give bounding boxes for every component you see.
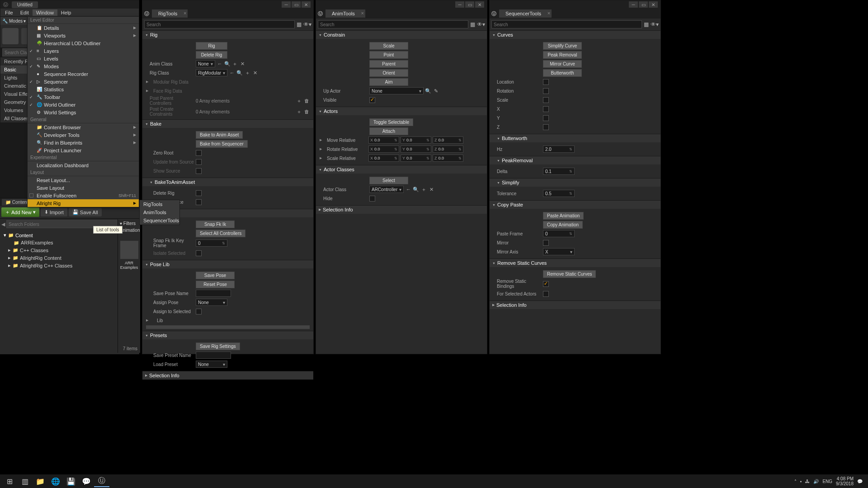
- paste-frame-input[interactable]: 0: [543, 230, 575, 237]
- save-pose-button[interactable]: Save Pose: [196, 272, 235, 279]
- expand-icon[interactable]: ▾: [4, 232, 6, 238]
- mode-place-icon[interactable]: [2, 28, 19, 44]
- bake-anim-button[interactable]: Bake to Anim Asset: [196, 131, 243, 139]
- z-input[interactable]: Z0.0: [433, 136, 463, 144]
- point-button[interactable]: Point: [369, 51, 408, 59]
- rigtools-tab[interactable]: RigTools: [152, 9, 188, 18]
- filters-btn[interactable]: ▾ Filters: [120, 221, 138, 226]
- explorer-icon[interactable]: 📁: [33, 475, 48, 487]
- minimize-button[interactable]: ─: [629, 1, 638, 8]
- sec-selinfo-at[interactable]: Selection Info: [316, 206, 487, 214]
- update-src2-checkbox[interactable]: [196, 199, 202, 205]
- y-input[interactable]: Y0.0: [401, 155, 431, 162]
- clock[interactable]: 4:08 PM9/3/2018: [836, 476, 854, 486]
- grid-icon[interactable]: ▦: [470, 21, 475, 28]
- back-icon[interactable]: ←: [405, 187, 411, 192]
- sec-curves[interactable]: Curves: [490, 31, 660, 39]
- tree-folder[interactable]: 📁ARRExamples: [2, 239, 137, 246]
- add-icon[interactable]: ＋: [232, 61, 238, 67]
- back-icon[interactable]: ←: [217, 61, 223, 66]
- expand-icon[interactable]: ▶: [320, 138, 322, 142]
- x-input[interactable]: X0.0: [368, 155, 399, 162]
- dd-stats[interactable]: 📊Statistics: [28, 85, 139, 93]
- mirror-checkbox[interactable]: [543, 240, 549, 246]
- trash-icon[interactable]: 🗑: [303, 98, 310, 103]
- search-input[interactable]: [144, 20, 295, 28]
- maximize-button[interactable]: ▭: [465, 1, 474, 8]
- chrome-icon[interactable]: 🌐: [48, 475, 63, 487]
- dd-launcher[interactable]: 🚀Project Launcher: [28, 146, 139, 154]
- scale-checkbox[interactable]: [543, 97, 549, 103]
- mirror-curve-button[interactable]: Mirror Curve: [543, 60, 582, 68]
- close-button[interactable]: ✕: [649, 1, 658, 8]
- animtools-tab[interactable]: AnimTools: [326, 9, 365, 18]
- grid-icon[interactable]: ▦: [297, 21, 302, 28]
- expand-icon[interactable]: ▶: [146, 319, 148, 322]
- clear-icon[interactable]: ✕: [428, 187, 434, 192]
- sec-selinfo-st[interactable]: Selection Info: [490, 301, 660, 309]
- close-button[interactable]: ✕: [475, 1, 484, 8]
- dd-findbp[interactable]: 🔍Find in Blueprints▶: [28, 139, 139, 146]
- submenu-rigtools[interactable]: RigTools: [140, 200, 179, 208]
- browse-icon[interactable]: 🔍: [413, 187, 419, 192]
- x-input[interactable]: X0.0: [368, 145, 399, 153]
- menu-file[interactable]: File: [1, 9, 17, 16]
- tree-folder[interactable]: ▸📁C++ Classes: [2, 246, 137, 254]
- z-input[interactable]: Z0.0: [433, 155, 463, 162]
- simplify-button[interactable]: Simplify Curve: [543, 42, 582, 50]
- rot-checkbox[interactable]: [543, 88, 549, 94]
- dd-fullscreen[interactable]: Enable FullscreenShift+F11: [28, 192, 139, 199]
- for-sel-checkbox[interactable]: [543, 291, 549, 297]
- anim-class-select[interactable]: None: [196, 60, 215, 67]
- sec-bake-asset[interactable]: BakeToAnimAsset: [142, 178, 313, 186]
- expand-icon[interactable]: ▶: [320, 147, 322, 151]
- breadcrumb-animation[interactable]: Animation: [120, 228, 138, 233]
- add-icon[interactable]: ＋: [296, 108, 302, 115]
- browse-icon[interactable]: 🔍: [224, 61, 231, 67]
- unreal-icon[interactable]: Ⓤ: [94, 475, 109, 487]
- add-icon[interactable]: ＋: [244, 70, 250, 76]
- grid-icon[interactable]: ▦: [644, 21, 649, 28]
- dd-sequencer[interactable]: ✓▷Sequencer: [28, 78, 139, 85]
- close-button[interactable]: ✕: [302, 1, 311, 8]
- dd-resetlayout[interactable]: Reset Layout...: [28, 176, 139, 184]
- y-input[interactable]: Y0.0: [401, 145, 431, 153]
- mirror-axis-select[interactable]: X: [543, 248, 575, 255]
- isolate-checkbox[interactable]: [196, 250, 202, 256]
- assign-sel-checkbox[interactable]: [196, 309, 202, 314]
- zero-root-checkbox[interactable]: [196, 150, 202, 156]
- visible-checkbox[interactable]: [369, 97, 375, 103]
- dd-devtools[interactable]: 🔨Developer Tools▶: [28, 131, 139, 139]
- rig-button[interactable]: Rig: [196, 42, 227, 50]
- dd-modes[interactable]: ✓✎Modes: [28, 62, 139, 70]
- sec-copypaste[interactable]: Copy Paste: [490, 201, 660, 209]
- notifications-icon[interactable]: 💬: [857, 479, 863, 484]
- start-button[interactable]: ⊞: [2, 475, 17, 487]
- save-app-icon[interactable]: 💾: [63, 475, 79, 487]
- bake-seq-button[interactable]: Bake from Sequencer: [196, 140, 248, 148]
- menu-window[interactable]: Window: [33, 9, 57, 16]
- clear-icon[interactable]: ✕: [240, 61, 246, 67]
- parent-button[interactable]: Parent: [369, 60, 408, 68]
- snap-fkik-button[interactable]: Snap Fk Ik: [196, 221, 235, 228]
- import-button[interactable]: ⬇Import: [41, 208, 67, 216]
- dd-contentbrowser[interactable]: 📁Content Browser▶: [28, 123, 139, 131]
- x-input[interactable]: X0.0: [368, 136, 399, 144]
- dd-viewports[interactable]: ▦Viewports▶: [28, 32, 139, 39]
- back-icon[interactable]: ←: [229, 70, 235, 75]
- select-all-button[interactable]: Select All Controllers: [196, 230, 245, 237]
- loc-checkbox[interactable]: [543, 79, 549, 85]
- asset-thumbnail[interactable]: [120, 241, 138, 259]
- dd-toolbar[interactable]: ✓🔧Toolbar: [28, 93, 139, 101]
- sec-rig[interactable]: Rig: [142, 31, 313, 39]
- peak-removal-button[interactable]: Peak Removal: [543, 51, 582, 59]
- sec-actor-classes[interactable]: Actor Classes: [316, 165, 487, 174]
- search-input[interactable]: [318, 20, 468, 28]
- show-src-checkbox[interactable]: [196, 168, 202, 174]
- expand-icon[interactable]: ▸: [8, 247, 11, 253]
- eye-icon[interactable]: 👁▾: [651, 21, 659, 28]
- task-view-button[interactable]: ▥: [17, 475, 33, 487]
- paste-anim-button[interactable]: Paste Animation: [543, 212, 584, 220]
- minimize-button[interactable]: ─: [455, 1, 464, 8]
- search-input[interactable]: [491, 20, 642, 28]
